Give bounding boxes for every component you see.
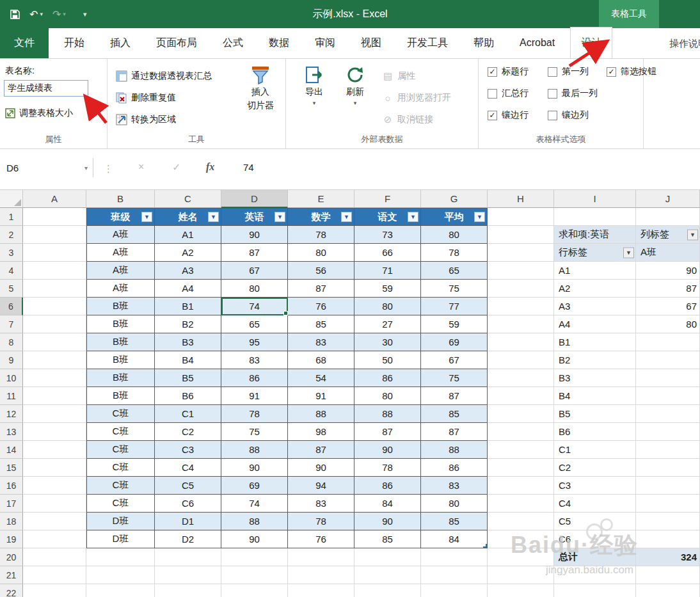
cell-J15[interactable] <box>636 459 700 477</box>
cell-J16[interactable] <box>636 477 700 495</box>
cell-B5[interactable]: A班 <box>86 280 155 298</box>
cell-J17[interactable] <box>636 495 700 513</box>
cell-A18[interactable] <box>23 513 86 530</box>
tab-公式[interactable]: 公式 <box>212 28 253 58</box>
cell-I15[interactable]: C2 <box>554 459 636 477</box>
convert-to-range-button[interactable]: 转换为区域 <box>114 111 178 128</box>
resize-table-button[interactable]: 调整表格大小 <box>3 105 75 122</box>
cell-D15[interactable]: 90 <box>221 459 288 477</box>
cell-B22[interactable] <box>86 584 155 597</box>
cell-D6[interactable]: 74 <box>221 298 288 315</box>
checkbox-icon[interactable] <box>548 111 557 120</box>
filter-button[interactable]: ▼ <box>274 212 285 222</box>
style-option-标题行[interactable]: ✓标题行 <box>488 64 529 79</box>
cell-D5[interactable]: 80 <box>221 280 288 298</box>
column-header-B[interactable]: B <box>86 190 155 208</box>
cell-J9[interactable] <box>636 351 700 369</box>
cell-G6[interactable]: 77 <box>421 298 488 315</box>
cell-I19[interactable]: C6 <box>554 530 636 548</box>
cell-D13[interactable]: 75 <box>221 423 288 441</box>
cell-I4[interactable]: A1 <box>554 262 636 280</box>
cell-E1[interactable]: 数学▼ <box>288 208 354 226</box>
formula-input[interactable]: 74 <box>243 162 254 173</box>
cell-C16[interactable]: C5 <box>155 477 221 495</box>
cell-I2[interactable]: 求和项:英语 <box>554 226 636 244</box>
row-header-1[interactable]: 1 <box>0 208 23 226</box>
cell-H16[interactable] <box>488 477 554 495</box>
cell-F5[interactable]: 59 <box>354 280 421 298</box>
cell-B21[interactable] <box>86 566 155 584</box>
column-header-D[interactable]: D <box>221 190 288 208</box>
cell-G17[interactable]: 80 <box>421 495 488 513</box>
checkbox-icon[interactable]: ✓ <box>488 111 497 120</box>
cell-E7[interactable]: 85 <box>288 315 354 333</box>
insert-function-icon[interactable]: fx <box>206 161 214 173</box>
cell-G5[interactable]: 75 <box>421 280 488 298</box>
cell-E14[interactable]: 87 <box>288 441 354 459</box>
cell-G18[interactable]: 85 <box>421 513 488 530</box>
cell-I20[interactable]: 总计 <box>554 548 636 566</box>
cell-B2[interactable]: A班 <box>86 226 155 244</box>
cell-E11[interactable]: 91 <box>288 387 354 405</box>
cell-D20[interactable] <box>221 548 288 566</box>
cell-G1[interactable]: 平均▼ <box>421 208 488 226</box>
cell-H1[interactable] <box>488 208 554 226</box>
column-header-C[interactable]: C <box>155 190 221 208</box>
cell-E6[interactable]: 76 <box>288 298 354 315</box>
cell-C22[interactable] <box>155 584 221 597</box>
cell-C6[interactable]: B1 <box>155 298 221 315</box>
cell-J12[interactable] <box>636 405 700 423</box>
cell-B14[interactable]: C班 <box>86 441 155 459</box>
cell-B3[interactable]: A班 <box>86 244 155 262</box>
cell-J11[interactable] <box>636 387 700 405</box>
cell-H11[interactable] <box>488 387 554 405</box>
cell-B19[interactable]: D班 <box>86 530 155 548</box>
tab-开发工具[interactable]: 开发工具 <box>397 28 458 58</box>
cell-A22[interactable] <box>23 584 86 597</box>
cell-D7[interactable]: 65 <box>221 315 288 333</box>
row-header-19[interactable]: 19 <box>0 530 23 548</box>
remove-duplicates-button[interactable]: 删除重复值 <box>114 90 178 106</box>
row-header-3[interactable]: 3 <box>0 244 23 262</box>
checkbox-icon[interactable]: ✓ <box>488 67 497 77</box>
cell-I10[interactable]: B3 <box>554 369 636 387</box>
cell-J2[interactable]: 列标签▼ <box>636 226 700 244</box>
row-header-20[interactable]: 20 <box>0 548 23 566</box>
column-header-G[interactable]: G <box>421 190 488 208</box>
filter-button[interactable]: ▼ <box>141 212 152 222</box>
cell-I13[interactable]: B6 <box>554 423 636 441</box>
cell-E13[interactable]: 98 <box>288 423 354 441</box>
pivot-dropdown-button[interactable]: ▼ <box>623 247 634 258</box>
cell-G14[interactable]: 88 <box>421 441 488 459</box>
cell-F22[interactable] <box>354 584 421 597</box>
export-button[interactable]: 导出 ▾ <box>294 63 335 134</box>
cell-F16[interactable]: 86 <box>354 477 421 495</box>
cell-C7[interactable]: B2 <box>155 315 221 333</box>
cell-D22[interactable] <box>221 584 288 597</box>
cell-H21[interactable] <box>488 566 554 584</box>
enter-icon[interactable]: ✓ <box>172 161 180 173</box>
filter-button[interactable]: ▼ <box>341 212 352 222</box>
row-header-4[interactable]: 4 <box>0 262 23 280</box>
row-header-5[interactable]: 5 <box>0 280 23 298</box>
cell-E21[interactable] <box>288 566 354 584</box>
cell-H6[interactable] <box>488 298 554 315</box>
cell-B9[interactable]: B班 <box>86 351 155 369</box>
cell-B13[interactable]: C班 <box>86 423 155 441</box>
cell-F11[interactable]: 80 <box>354 387 421 405</box>
cell-D8[interactable]: 95 <box>221 333 288 351</box>
row-header-7[interactable]: 7 <box>0 315 23 333</box>
cell-B17[interactable]: C班 <box>86 495 155 513</box>
cell-H7[interactable] <box>488 315 554 333</box>
tell-me-box[interactable]: 操作说明搜索 <box>665 28 700 59</box>
cell-I1[interactable] <box>554 208 636 226</box>
cell-I7[interactable]: A4 <box>554 315 636 333</box>
cell-D11[interactable]: 91 <box>221 387 288 405</box>
cell-B20[interactable] <box>86 548 155 566</box>
cell-G8[interactable]: 69 <box>421 333 488 351</box>
cell-H20[interactable] <box>488 548 554 566</box>
checkbox-icon[interactable]: ✓ <box>607 67 616 77</box>
cell-E22[interactable] <box>288 584 354 597</box>
filter-button[interactable]: ▼ <box>408 212 418 222</box>
tab-开始[interactable]: 开始 <box>54 28 95 58</box>
